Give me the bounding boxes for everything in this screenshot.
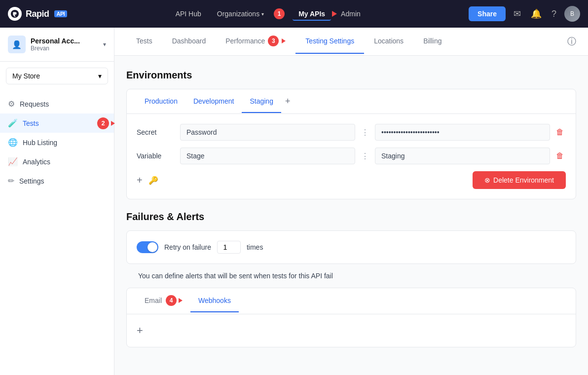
secret-delete-button[interactable]: 🗑 [554,126,566,139]
account-sub: Brevan [31,45,98,52]
account-name: Personal Acc... [31,37,98,45]
brand-name: Rapid [26,9,49,19]
nav-my-apis[interactable]: My APIs [293,7,331,21]
step2-arrow [111,121,115,126]
sidebar-item-hub-listing[interactable]: 🌐 Hub Listing [0,133,114,152]
alerts-description: You can define alerts that will be sent … [126,272,576,288]
settings-icon: ✏ [8,176,14,186]
sidebar-item-tests[interactable]: 🧪 Tests 2 [0,113,114,133]
alert-tabs: Email 4 Webhooks [127,288,576,314]
hub-listing-icon: 🌐 [8,138,18,147]
environments-card: Production Development Staging + Secret … [126,89,576,199]
env-actions: + 🔑 ⊗ Delete Environment [137,171,566,189]
alert-tab-email[interactable]: Email 4 [137,288,190,314]
secret-value-input[interactable] [375,124,550,141]
retry-label: Retry on failure [164,243,211,251]
sidebar-item-requests[interactable]: ⚙ Requests [0,94,114,113]
retry-row: Retry on failure times [127,231,576,263]
failures-card: Retry on failure times [126,230,576,264]
sidebar-item-analytics[interactable]: 📈 Analytics [0,152,114,171]
nav-right: Share ✉ 🔔 ? B [469,6,580,22]
environments-title: Environments [126,70,576,81]
layout: 👤 Personal Acc... Brevan ▾ My Store ▾ ⚙ … [0,28,588,375]
variable-sep-icon[interactable]: ⋮ [359,151,371,161]
help-icon[interactable]: ? [550,7,558,21]
tab-tests[interactable]: Tests [126,29,162,54]
tests-icon: 🧪 [8,118,18,128]
analytics-icon: 📈 [8,157,18,166]
messages-icon[interactable]: ✉ [512,6,523,21]
sidebar-item-label-tests: Tests [23,119,39,127]
failures-section: Failures & Alerts Retry on failure times… [126,211,576,347]
variable-label: Variable [137,152,176,160]
account-info: Personal Acc... Brevan [31,37,98,52]
sidebar-item-label-analytics: Analytics [23,158,50,166]
variable-delete-button[interactable]: 🗑 [554,150,566,162]
store-name: My Store [12,72,40,80]
secret-key-input[interactable] [180,124,355,141]
step3-arrow [282,38,286,43]
env-body: Secret ⋮ 🗑 Variable ⋮ 🗑 [127,114,576,199]
alert-tab-webhooks[interactable]: Webhooks [190,290,239,312]
delete-env-label: Delete Environment [493,176,554,184]
nav-api-hub[interactable]: API Hub [170,7,207,21]
requests-icon: ⚙ [8,99,15,109]
tab-billing[interactable]: Billing [413,29,451,54]
secret-sep-icon[interactable]: ⋮ [359,128,371,137]
page-help-icon[interactable]: ⓘ [567,28,576,55]
env-tab-production[interactable]: Production [137,90,185,113]
tab-dashboard[interactable]: Dashboard [162,29,216,54]
variable-value-input[interactable] [375,148,550,164]
variable-row: Variable ⋮ 🗑 [137,148,566,164]
add-alert-button[interactable]: + [137,324,143,337]
retry-count-input[interactable] [217,241,241,254]
topnav: Rapid API API Hub Organizations ▾ 1 My A… [0,0,588,28]
account-avatar: 👤 [8,36,26,53]
logo[interactable]: Rapid API [8,7,67,21]
add-env-tab-button[interactable]: + [281,89,294,113]
page-tabs: Tests Dashboard Performance 3 Testing Se… [114,28,588,56]
step2-badge: 2 [97,117,109,129]
sidebar-item-label-hub: Hub Listing [23,139,57,147]
step4-arrow [179,298,183,303]
add-env-row-button[interactable]: + [137,175,143,186]
tab-testing-settings[interactable]: Testing Settings [295,29,364,54]
step1-arrow [332,11,337,17]
step4-badge: 4 [166,295,177,306]
variable-key-input[interactable] [180,148,355,164]
alert-body: + [127,314,576,347]
nav-organizations[interactable]: Organizations ▾ [211,7,270,21]
sidebar-item-label-requests: Requests [20,100,49,108]
store-selector[interactable]: My Store ▾ [6,68,108,84]
content-area: Environments Production Development Stag… [114,56,588,375]
env-add-buttons: + 🔑 [137,175,158,186]
env-tab-staging[interactable]: Staging [242,90,281,113]
env-tab-development[interactable]: Development [185,90,242,113]
main-content: Tests Dashboard Performance 3 Testing Se… [114,28,588,375]
nav-links: API Hub Organizations ▾ 1 My APIs Admin [79,7,457,21]
sidebar-item-settings[interactable]: ✏ Settings [0,171,114,190]
toggle-thumb [147,242,157,252]
secret-label: Secret [137,128,176,136]
delete-env-icon: ⊗ [484,176,490,184]
secret-row: Secret ⋮ 🗑 [137,124,566,141]
retry-suffix: times [247,243,263,251]
account-switcher[interactable]: 👤 Personal Acc... Brevan ▾ [0,28,114,62]
sidebar-item-label-settings: Settings [19,177,44,185]
tab-locations[interactable]: Locations [364,29,413,54]
user-avatar[interactable]: B [564,6,580,22]
env-tabs: Production Development Staging + [127,89,576,114]
failures-title: Failures & Alerts [126,211,576,223]
step3-badge: 3 [268,36,279,46]
notifications-icon[interactable]: 🔔 [529,6,544,21]
tab-performance[interactable]: Performance 3 [216,28,295,55]
sidebar-nav: ⚙ Requests 🧪 Tests 2 🌐 Hub Listing 📈 Ana… [0,90,114,194]
brand-api: API [54,10,68,17]
delete-environment-button[interactable]: ⊗ Delete Environment [473,171,566,189]
nav-admin[interactable]: Admin [335,7,367,21]
retry-toggle[interactable] [137,241,158,253]
store-chevron-icon: ▾ [98,72,102,80]
share-button[interactable]: Share [469,6,506,21]
add-env-secret-button[interactable]: 🔑 [148,175,158,186]
step1-badge: 1 [274,8,285,19]
